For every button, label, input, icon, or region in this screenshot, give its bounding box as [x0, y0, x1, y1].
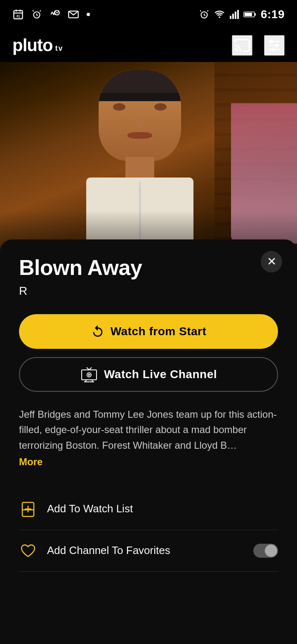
status-time: 6:19	[261, 8, 285, 21]
favorites-toggle[interactable]	[253, 544, 278, 558]
logo-tv-suffix: tv	[55, 44, 64, 53]
add-watchlist-label: Add To Watch List	[47, 502, 278, 515]
watch-from-start-button[interactable]: Watch from Start	[19, 314, 278, 349]
movie-description: Jeff Bridges and Tommy Lee Jones team up…	[19, 407, 278, 453]
activity-icon	[50, 9, 60, 20]
close-icon: ✕	[267, 256, 276, 268]
notification-dot	[87, 13, 90, 16]
replay-icon	[91, 324, 105, 339]
add-favorites-label: Add Channel To Favorites	[47, 544, 243, 557]
svg-rect-19	[232, 14, 234, 19]
status-bar: 31	[0, 0, 297, 29]
svg-rect-20	[235, 12, 236, 19]
svg-line-14	[204, 15, 205, 16]
svg-text:31: 31	[16, 14, 20, 18]
svg-rect-21	[237, 10, 239, 19]
svg-line-15	[200, 10, 201, 11]
add-bookmark-icon	[19, 500, 37, 518]
tv-icon	[80, 367, 98, 382]
bottom-sheet: ✕ Blown Away R Watch from Start Watch Li…	[0, 239, 297, 644]
movie-rating: R	[19, 284, 278, 298]
logo-text: pluto	[12, 36, 53, 55]
watch-start-label: Watch from Start	[111, 325, 207, 338]
add-to-favorites-item[interactable]: Add Channel To Favorites	[19, 530, 278, 572]
filter-button[interactable]	[264, 35, 285, 56]
wifi-icon	[214, 10, 225, 19]
svg-point-17	[219, 17, 220, 18]
cast-button[interactable]	[232, 35, 252, 56]
pluto-logo: pluto tv	[12, 36, 64, 55]
calendar-icon: 31	[12, 9, 24, 20]
status-icons-right: 6:19	[199, 8, 285, 21]
header-icons	[232, 35, 285, 56]
svg-line-7	[37, 15, 38, 16]
svg-line-16	[207, 10, 208, 11]
battery-icon	[243, 11, 257, 18]
svg-rect-24	[245, 13, 252, 16]
header: pluto tv	[0, 29, 297, 62]
more-link[interactable]: More	[19, 456, 42, 468]
add-watchlist-icon	[19, 500, 37, 518]
movie-title: Blown Away	[19, 256, 278, 279]
svg-line-8	[33, 10, 33, 11]
watch-live-channel-button[interactable]: Watch Live Channel	[19, 357, 278, 392]
filter-icon	[266, 38, 282, 53]
svg-rect-18	[230, 16, 231, 19]
alarm-clock-icon	[199, 9, 210, 20]
watch-channel-label: Watch Live Channel	[104, 368, 217, 381]
heart-icon	[19, 542, 37, 560]
toggle-knob	[265, 545, 277, 557]
svg-marker-37	[88, 374, 91, 376]
mail-icon	[68, 10, 79, 19]
signal-icon	[229, 10, 239, 19]
add-to-watchlist-item[interactable]: Add To Watch List	[19, 488, 278, 530]
svg-line-9	[40, 10, 41, 11]
close-button[interactable]: ✕	[261, 251, 282, 272]
cast-icon	[233, 37, 251, 54]
favorites-icon	[19, 542, 37, 560]
svg-rect-23	[255, 13, 256, 16]
status-icons-left: 31	[12, 9, 90, 20]
alarm-icon	[31, 9, 42, 20]
